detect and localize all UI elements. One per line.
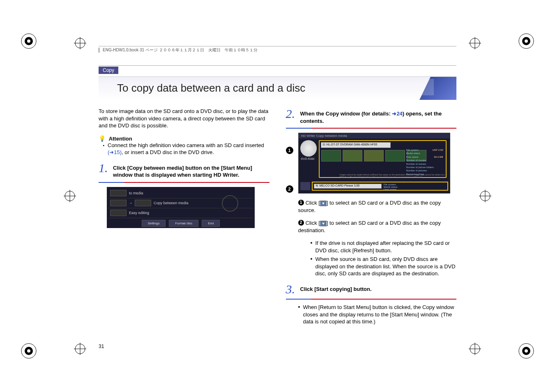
registration-mark-icon <box>469 37 481 49</box>
callout-2-text: 2Click [] to select an SD card or a DVD … <box>298 219 457 234</box>
callout-marker-2: 2 <box>286 185 293 193</box>
thumbnail <box>364 150 384 161</box>
thumbnail <box>321 150 341 161</box>
crop-mark-icon <box>516 31 537 51</box>
media-info: File system UDF 2.50 Media status Free s… <box>406 148 443 176</box>
step-2: 2. When the Copy window (for details: ➜2… <box>286 108 457 125</box>
registration-mark-icon <box>469 343 481 355</box>
step-number: 3. <box>286 283 296 295</box>
format-disc-button: Format disc <box>169 220 198 227</box>
dropdown-icon <box>320 201 327 206</box>
dest-drive-dropdown: N: MELCO SD-CARD Please 3.00 <box>314 184 382 189</box>
step-number: 1. <box>99 162 109 179</box>
end-button: End <box>202 220 220 227</box>
book-info-text: ENG-HDW1.0.book 31 ページ ２００６年１１月２１日 火曜日 午… <box>103 47 258 53</box>
sd-icon <box>300 182 310 190</box>
attention-icon: 💡 <box>99 135 106 142</box>
svg-point-2 <box>27 39 30 43</box>
page-link[interactable]: ➜24 <box>392 111 402 117</box>
start-menu-screenshot: to media →Copy between media Easy editin… <box>107 187 255 228</box>
page-meta: ENG-HDW1.0.book 31 ページ ２００６年１１月２１日 火曜日 午… <box>99 47 456 53</box>
step-divider <box>286 128 457 129</box>
page-title: To copy data between a card and a disc <box>117 82 456 95</box>
dropdown-icon <box>320 221 327 226</box>
source-drive-dropdown: G: HL-DT-ST DVDRAM GMA-4080N HF05 <box>321 142 391 148</box>
thumbnail <box>385 150 405 161</box>
step3-note: When [Return to Start Menu] button is cl… <box>298 304 457 325</box>
svg-point-11 <box>525 349 528 353</box>
page-link[interactable]: (➜15) <box>108 149 122 155</box>
step-divider <box>286 299 457 300</box>
dvd-icon <box>300 140 317 157</box>
jog-wheel-icon <box>222 195 238 212</box>
note-item: If the drive is not displayed after repl… <box>311 240 457 254</box>
callout-1-text: 1Click [] to select an SD card or a DVD … <box>298 199 457 214</box>
step-number: 2. <box>286 108 296 125</box>
registration-mark-icon <box>64 190 76 202</box>
step-text: When the Copy window (for details: ➜24) … <box>300 108 457 125</box>
svg-point-5 <box>525 39 528 43</box>
intro-paragraph: To store image data on the SD card onto … <box>99 108 269 129</box>
title-decoration <box>419 77 456 100</box>
registration-mark-icon <box>74 37 86 49</box>
step-text: Click [Copy between media] button on the… <box>113 162 269 179</box>
registration-mark-icon <box>74 343 86 355</box>
step-divider <box>99 182 269 183</box>
callout-badge: 2 <box>298 220 304 226</box>
note-item: When the source is an SD card, only DVD … <box>311 256 457 277</box>
attention-item: Connect the high definition video camera… <box>103 142 269 156</box>
step-1: 1. Click [Copy between media] button on … <box>99 162 269 179</box>
step-text: Click [Start copying] button. <box>300 283 457 295</box>
crop-mark-icon <box>18 341 39 361</box>
dest-info: File system Media status Used space <box>383 182 447 190</box>
svg-point-8 <box>27 349 30 353</box>
page-number: 31 <box>99 344 104 349</box>
copy-window-screenshot: HD Writer Copy between media DVD-RAM G: … <box>298 133 450 194</box>
callout-badge: 1 <box>298 200 304 205</box>
section-tab: Copy <box>99 67 118 74</box>
callout-marker-1: 1 <box>286 147 293 154</box>
attention-block: 💡 Attention Connect the high definition … <box>99 135 269 156</box>
crop-mark-icon <box>516 341 537 361</box>
settings-button: Settings <box>142 220 166 227</box>
page-title-bar: To copy data between a card and a disc <box>99 76 456 99</box>
crop-mark-icon <box>18 31 39 51</box>
step-3: 3. Click [Start copying] button. <box>286 283 457 295</box>
thumbnail <box>343 150 362 161</box>
registration-mark-icon <box>479 190 491 202</box>
attention-label: Attention <box>109 136 132 142</box>
